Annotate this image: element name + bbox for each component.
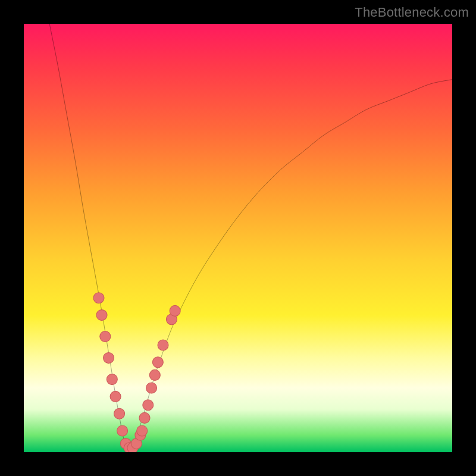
curve-group bbox=[49, 24, 452, 449]
data-marker bbox=[110, 391, 121, 402]
data-marker bbox=[152, 357, 163, 368]
chart-svg bbox=[24, 24, 452, 452]
bottleneck-curve bbox=[49, 24, 452, 449]
plot-area bbox=[24, 24, 452, 452]
data-marker bbox=[117, 425, 128, 436]
chart-frame: TheBottleneck.com bbox=[0, 0, 476, 476]
data-marker bbox=[104, 353, 114, 364]
data-marker bbox=[93, 293, 104, 303]
data-marker bbox=[96, 310, 107, 321]
data-marker bbox=[100, 331, 111, 342]
data-marker bbox=[158, 340, 168, 350]
data-marker bbox=[114, 408, 125, 419]
data-marker bbox=[137, 425, 148, 436]
data-marker bbox=[139, 412, 150, 423]
data-marker bbox=[146, 383, 157, 393]
data-marker bbox=[170, 305, 180, 316]
markers-group bbox=[93, 293, 180, 452]
data-marker bbox=[149, 369, 160, 380]
data-marker bbox=[143, 400, 154, 411]
data-marker bbox=[107, 374, 117, 385]
watermark-text: TheBottleneck.com bbox=[355, 5, 469, 20]
